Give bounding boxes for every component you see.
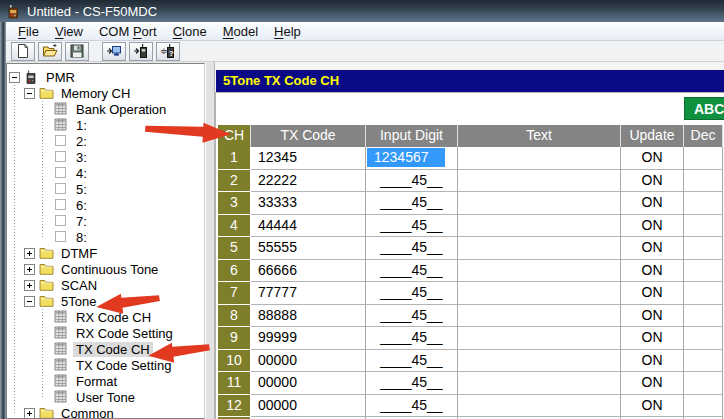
- save-file-button[interactable]: [65, 42, 89, 61]
- cell-update[interactable]: ON: [621, 350, 684, 373]
- panel-splitter[interactable]: [205, 62, 215, 419]
- cell-dec[interactable]: [684, 260, 723, 283]
- tree-item[interactable]: RX Code Setting: [7, 325, 204, 341]
- cell-update[interactable]: ON: [621, 395, 684, 418]
- cell-tx-code[interactable]: 99999: [251, 327, 366, 350]
- cell-dec[interactable]: [684, 350, 723, 373]
- cell-tx-code[interactable]: 00000: [251, 395, 366, 418]
- tree-item[interactable]: 4:: [7, 165, 204, 181]
- cell-text[interactable]: [458, 327, 621, 350]
- cell-input-digit[interactable]: ____45__: [366, 215, 458, 238]
- cell-dec[interactable]: [684, 327, 723, 350]
- tree-item[interactable]: Continuous Tone: [7, 261, 204, 277]
- cell-dec[interactable]: [684, 215, 723, 238]
- tree-item[interactable]: Bank Operation: [7, 101, 204, 117]
- cell-tx-code[interactable]: 22222: [251, 170, 366, 193]
- cell-dec[interactable]: [684, 395, 723, 418]
- tree-item[interactable]: 7:: [7, 213, 204, 229]
- cell-update[interactable]: ON: [621, 372, 684, 395]
- cell-dec[interactable]: [684, 305, 723, 328]
- cell-text[interactable]: [458, 215, 621, 238]
- cell-dec[interactable]: [684, 372, 723, 395]
- cell-tx-code[interactable]: 33333: [251, 192, 366, 215]
- tree-item[interactable]: User Tone: [7, 389, 204, 405]
- menu-item[interactable]: Model: [215, 23, 266, 40]
- clone-info-button[interactable]: ≑ ?: [156, 42, 180, 61]
- expand-toggle-icon[interactable]: [24, 264, 35, 275]
- table-row: 1 12345 1234567 ON: [218, 147, 723, 170]
- cell-dec[interactable]: [684, 147, 723, 170]
- abc-text-mode-button[interactable]: ABC: [684, 97, 724, 120]
- cell-tx-code[interactable]: 00000: [251, 350, 366, 373]
- cell-text[interactable]: [458, 260, 621, 283]
- window-titlebar[interactable]: Untitled - CS-F50MDC: [0, 0, 724, 22]
- expand-toggle-icon[interactable]: [24, 408, 35, 419]
- cell-text[interactable]: [458, 282, 621, 305]
- tree-item[interactable]: Memory CH: [7, 85, 204, 101]
- expand-toggle-icon[interactable]: [24, 296, 35, 307]
- tree-item[interactable]: 6:: [7, 197, 204, 213]
- cell-tx-code[interactable]: 77777: [251, 282, 366, 305]
- open-file-button[interactable]: [38, 42, 62, 61]
- cell-text[interactable]: [458, 305, 621, 328]
- cell-tx-code[interactable]: 12345: [251, 147, 366, 170]
- cell-input-digit[interactable]: ____45__: [366, 282, 458, 305]
- tree-item[interactable]: SCAN: [7, 277, 204, 293]
- clone-read-button[interactable]: [102, 42, 126, 61]
- cell-update[interactable]: ON: [621, 215, 684, 238]
- tree-item[interactable]: 5:: [7, 181, 204, 197]
- cell-input-digit[interactable]: ____45__: [366, 350, 458, 373]
- cell-input-digit[interactable]: ____45__: [366, 237, 458, 260]
- clone-write-button[interactable]: [129, 42, 153, 61]
- cell-update[interactable]: ON: [621, 170, 684, 193]
- cell-text[interactable]: [458, 170, 621, 193]
- cell-dec[interactable]: [684, 170, 723, 193]
- cell-text[interactable]: [458, 372, 621, 395]
- cell-update[interactable]: ON: [621, 305, 684, 328]
- tree-item[interactable]: 3:: [7, 149, 204, 165]
- cell-text[interactable]: [458, 192, 621, 215]
- menu-item[interactable]: View: [47, 23, 91, 40]
- cell-text[interactable]: [458, 395, 621, 418]
- new-file-button[interactable]: [11, 42, 35, 61]
- cell-input-digit[interactable]: ____45__: [366, 327, 458, 350]
- cell-text[interactable]: [458, 350, 621, 373]
- cell-input-digit[interactable]: ____45__: [366, 305, 458, 328]
- cell-input-digit[interactable]: 1234567: [366, 147, 458, 170]
- cell-update[interactable]: ON: [621, 237, 684, 260]
- tree-item[interactable]: Format: [7, 373, 204, 389]
- cell-dec[interactable]: [684, 237, 723, 260]
- cell-text[interactable]: [458, 237, 621, 260]
- menu-item[interactable]: COM Port: [91, 23, 165, 40]
- cell-tx-code[interactable]: 66666: [251, 260, 366, 283]
- expand-toggle-icon[interactable]: [9, 72, 20, 83]
- cell-tx-code[interactable]: 44444: [251, 215, 366, 238]
- expand-toggle-icon[interactable]: [24, 88, 35, 99]
- menu-item[interactable]: File: [10, 23, 47, 40]
- cell-input-digit[interactable]: ____45__: [366, 170, 458, 193]
- menu-item[interactable]: Clone: [165, 23, 215, 40]
- cell-input-digit[interactable]: ____45__: [366, 395, 458, 418]
- tree-item[interactable]: Common: [7, 405, 204, 419]
- cell-dec[interactable]: [684, 192, 723, 215]
- tree-item-label: 6:: [73, 198, 90, 213]
- cell-update[interactable]: ON: [621, 327, 684, 350]
- expand-toggle-icon[interactable]: [24, 280, 35, 291]
- cell-tx-code[interactable]: 88888: [251, 305, 366, 328]
- tree-item[interactable]: PMR: [7, 69, 204, 85]
- cell-input-digit[interactable]: ____45__: [366, 192, 458, 215]
- cell-text[interactable]: [458, 147, 621, 170]
- tree-item[interactable]: DTMF: [7, 245, 204, 261]
- cell-dec[interactable]: [684, 282, 723, 305]
- cell-tx-code[interactable]: 55555: [251, 237, 366, 260]
- cell-update[interactable]: ON: [621, 192, 684, 215]
- cell-tx-code[interactable]: 00000: [251, 372, 366, 395]
- tree-item[interactable]: 8:: [7, 229, 204, 245]
- cell-input-digit[interactable]: ____45__: [366, 260, 458, 283]
- cell-input-digit[interactable]: ____45__: [366, 372, 458, 395]
- cell-update[interactable]: ON: [621, 147, 684, 170]
- expand-toggle-icon[interactable]: [24, 248, 35, 259]
- cell-update[interactable]: ON: [621, 260, 684, 283]
- cell-update[interactable]: ON: [621, 282, 684, 305]
- menu-item[interactable]: Help: [266, 23, 309, 40]
